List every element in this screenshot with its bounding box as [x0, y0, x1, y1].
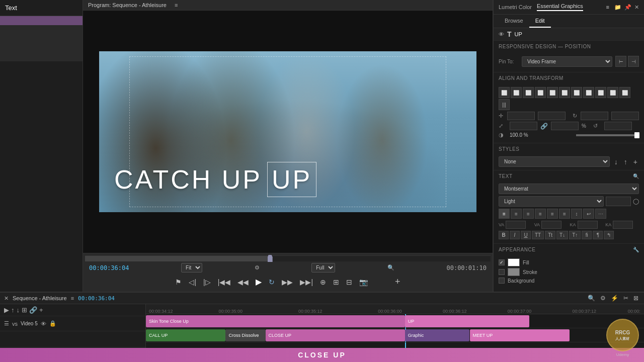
appearance-wrench-icon[interactable]: 🔧: [633, 247, 639, 252]
folder-icon[interactable]: 📁: [614, 4, 621, 11]
align-h-center-btn[interactable]: ⬜: [511, 87, 522, 98]
track-visibility-icon[interactable]: ☰: [4, 320, 9, 327]
text-search-icon[interactable]: 🔍: [633, 173, 639, 179]
distribute-4-btn[interactable]: ⬜: [607, 87, 618, 98]
distribute-v-btn[interactable]: ⬜: [583, 87, 594, 98]
distribute-3-btn[interactable]: ⬜: [595, 87, 606, 98]
sequence-menu-icon[interactable]: ≡: [71, 295, 74, 301]
distribute-h-btn[interactable]: ⬜: [571, 87, 582, 98]
font-size-input[interactable]: 100: [606, 197, 631, 206]
styles-down-btn[interactable]: ↓: [613, 158, 619, 166]
lumetri-color-tab[interactable]: Lumetri Color: [499, 4, 532, 10]
tl-add-btn[interactable]: +: [39, 306, 43, 314]
insert-button[interactable]: ⊕: [318, 277, 328, 287]
kerning-input[interactable]: 0: [541, 221, 561, 229]
fit-select[interactable]: Fit: [181, 263, 202, 273]
tracking-input[interactable]: 60: [506, 221, 526, 229]
link-icon[interactable]: 🔗: [540, 123, 548, 130]
rotation-y[interactable]: 0.0: [611, 112, 639, 120]
tl-snap-btn[interactable]: ⊞: [22, 306, 27, 314]
background-checkbox[interactable]: [499, 278, 505, 284]
font-size-slider-icon[interactable]: ◯: [633, 198, 639, 205]
paragraph-btn[interactable]: ¶: [593, 231, 603, 239]
scale-h[interactable]: 159: [551, 122, 579, 130]
clip-meet-up[interactable]: MEET UP: [470, 329, 570, 341]
clip-skin-tone-close-up[interactable]: Skin Tone Close Up: [146, 315, 405, 327]
font-weight-select[interactable]: Light: [499, 196, 604, 207]
mark-out-button[interactable]: |▷: [201, 277, 213, 287]
essential-graphics-title[interactable]: Essential Graphics: [537, 3, 583, 11]
clip-up-pink[interactable]: UP: [405, 315, 530, 327]
monitor-menu-icon[interactable]: ≡: [175, 2, 178, 8]
add-clip-button[interactable]: +: [393, 276, 403, 288]
zoom-select[interactable]: Full: [311, 263, 335, 273]
timeline-timecode[interactable]: 00:00:36:04: [78, 295, 115, 302]
underline-btn[interactable]: U: [521, 231, 531, 239]
opacity-val[interactable]: 100.0 %: [510, 132, 573, 138]
go-to-in-button[interactable]: |◀◀: [216, 277, 233, 287]
browse-tab[interactable]: Browse: [499, 15, 529, 28]
pin-left-icon[interactable]: ⊢: [615, 56, 626, 67]
track-eye-v5[interactable]: 👁: [41, 321, 46, 327]
overwrite-button[interactable]: ⊞: [331, 277, 341, 287]
align-v-center-btn[interactable]: ⬜: [535, 87, 546, 98]
snap-btn[interactable]: ⚡: [609, 294, 620, 302]
sub-btn[interactable]: T↓: [556, 231, 568, 239]
pin-icon[interactable]: 📌: [624, 4, 631, 11]
clip-call-up[interactable]: CALL UP: [146, 329, 225, 341]
stroke-color-swatch[interactable]: [508, 268, 520, 276]
align-right-edge-btn[interactable]: ⬜: [559, 87, 570, 98]
step-back-button[interactable]: ◀◀: [235, 277, 251, 287]
up-text-selected[interactable]: UP: [267, 162, 316, 197]
go-to-out-button[interactable]: ▶▶|: [298, 277, 315, 287]
zoom-icon[interactable]: 🔍: [387, 264, 394, 271]
fill-checkbox[interactable]: [499, 259, 505, 265]
razor-btn[interactable]: ✂: [622, 294, 630, 302]
styles-add-btn[interactable]: +: [632, 158, 639, 166]
styles-select[interactable]: None: [499, 156, 610, 167]
bold-btn[interactable]: B: [499, 231, 509, 239]
close-sequence-btn[interactable]: ✕: [4, 295, 9, 302]
settings-icon[interactable]: ⚙: [255, 264, 260, 271]
rtl-btn[interactable]: ↰: [604, 231, 614, 239]
align-right-btn[interactable]: ≡: [523, 209, 534, 219]
rotation-val[interactable]: 0: [604, 122, 632, 130]
clip-close-up[interactable]: CLOSE UP: [266, 329, 405, 341]
close-icon[interactable]: ✕: [634, 4, 639, 11]
tl-link-btn[interactable]: 🔗: [29, 306, 37, 314]
scrubber[interactable]: [85, 255, 491, 261]
step-forward-button[interactable]: ▶▶: [280, 277, 295, 287]
tl-step-btn[interactable]: ↑: [11, 306, 15, 314]
panel-menu[interactable]: ≡: [606, 4, 609, 10]
play-button[interactable]: ▶: [254, 276, 264, 288]
align-center-btn[interactable]: ≡: [511, 209, 522, 219]
align-justify3-btn[interactable]: ≡: [559, 209, 570, 219]
position-y[interactable]: 731.6: [538, 112, 566, 120]
align-bottom-btn[interactable]: ⬜: [547, 87, 558, 98]
layer-name[interactable]: UP: [515, 31, 522, 37]
sup-btn[interactable]: T↑: [569, 231, 581, 239]
current-timecode[interactable]: 00:00:36:04: [89, 264, 129, 272]
caps-btn[interactable]: Tt: [545, 231, 555, 239]
italic-btn[interactable]: I: [510, 231, 520, 239]
tl-play-btn[interactable]: ▶: [4, 306, 9, 314]
rotation-x[interactable]: 0.0,: [581, 112, 608, 120]
font-select[interactable]: Montserrat: [499, 184, 639, 194]
ligature-btn[interactable]: fi: [582, 231, 592, 239]
layer-item[interactable]: 👁 T UP: [494, 28, 644, 41]
scale-w[interactable]: 159: [510, 122, 537, 130]
lift-button[interactable]: ⊟: [344, 277, 354, 287]
add-button[interactable]: ⚑: [173, 277, 184, 287]
distribute-5-btn[interactable]: ⬜: [619, 87, 630, 98]
smallcaps-btn[interactable]: TT: [532, 231, 544, 239]
camera-button[interactable]: 📷: [357, 277, 370, 287]
width-input[interactable]: 400: [613, 221, 633, 229]
fill-color-swatch[interactable]: [508, 258, 520, 266]
position-x[interactable]: 1276.4,: [507, 112, 535, 120]
align-justify-btn[interactable]: ≡: [535, 209, 546, 219]
pin-to-select[interactable]: Video Frame: [522, 56, 612, 67]
text-overflow-btn[interactable]: ⋯: [595, 209, 606, 219]
settings-btn[interactable]: ⚙: [599, 294, 607, 302]
edit-tab[interactable]: Edit: [529, 15, 551, 28]
track-icon-v5[interactable]: vs: [12, 321, 18, 327]
